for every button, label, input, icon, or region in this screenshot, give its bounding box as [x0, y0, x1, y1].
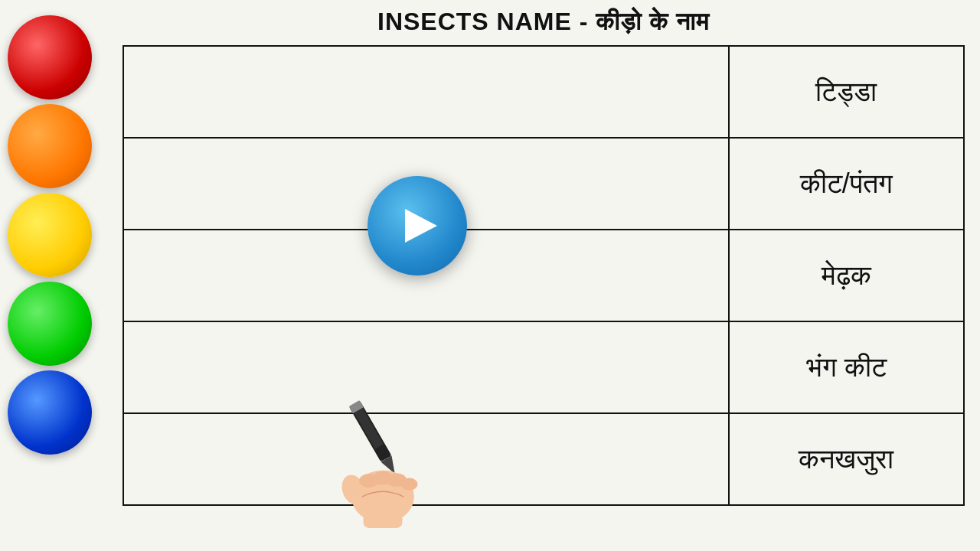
hindi-name-cell: कीट/पंतग [729, 138, 964, 230]
table-row: CENTIPEDEकनखजुरा [123, 413, 964, 505]
svg-rect-10 [364, 513, 403, 528]
green-paint-cup [8, 282, 92, 366]
play-button[interactable] [368, 176, 467, 276]
paint-cups-container [8, 15, 92, 455]
page-title: INSECTS NAME - कीड़ो के नाम [377, 8, 710, 36]
hand-pen-illustration [306, 375, 459, 528]
hindi-name-text: मेढ़क [814, 252, 879, 298]
hindi-name-text: टिड्डा [808, 68, 884, 115]
red-paint-cup [8, 15, 92, 99]
hindi-name-cell: मेढ़क [729, 230, 964, 321]
table-row: FROGमेढ़क [123, 230, 964, 321]
hindi-name-text: कीट/पंतग [792, 160, 900, 207]
play-icon [405, 209, 437, 243]
table-row: MOTHकीट/पंतग [123, 138, 964, 230]
main-content: INSECTS NAME - कीड़ो के नाम LOCUSTटिड्डा… [107, 0, 980, 551]
blue-paint-cup [8, 370, 92, 455]
table-row: LOCUSTटिड्डा [123, 46, 964, 138]
hindi-name-cell: भंग कीट [729, 321, 964, 413]
hindi-name-cell: टिड्डा [729, 46, 964, 138]
svg-rect-3 [354, 408, 383, 449]
english-name-cell: LOCUST [123, 46, 729, 138]
hindi-name-text: कनखजुरा [791, 435, 901, 482]
insects-table: LOCUSTटिड्डाMOTHकीट/पंतगFROGमेढ़कLADY BU… [122, 45, 965, 506]
svg-point-9 [401, 478, 418, 491]
table-row: LADY BUGभंग कीट [123, 321, 964, 413]
english-name-text: LOCUST [124, 47, 728, 137]
orange-paint-cup [8, 104, 92, 188]
hindi-name-cell: कनखजुरा [729, 413, 964, 505]
hindi-name-text: भंग कीट [799, 344, 894, 390]
yellow-paint-cup [8, 193, 92, 277]
